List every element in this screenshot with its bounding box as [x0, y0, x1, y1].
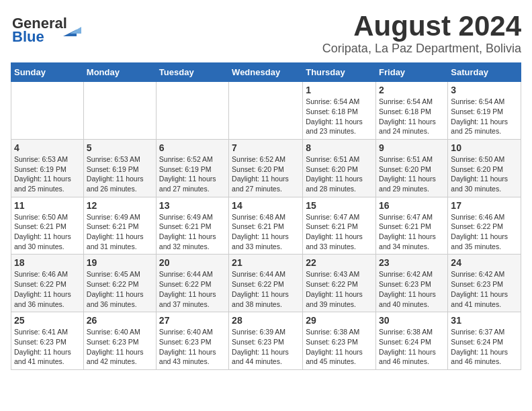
calendar-header-row: SundayMondayTuesdayWednesdayThursdayFrid…	[11, 63, 521, 82]
day-info: Sunrise: 6:43 AM Sunset: 6:22 PM Dayligh…	[306, 269, 373, 309]
calendar-cell: 4Sunrise: 6:53 AM Sunset: 6:19 PM Daylig…	[11, 139, 84, 197]
day-info: Sunrise: 6:53 AM Sunset: 6:19 PM Dayligh…	[87, 154, 153, 194]
logo: General Blue	[11, 11, 85, 44]
day-number: 25	[14, 315, 81, 326]
day-number: 13	[159, 200, 226, 211]
day-info: Sunrise: 6:54 AM Sunset: 6:19 PM Dayligh…	[451, 97, 518, 136]
calendar-cell: 6Sunrise: 6:52 AM Sunset: 6:19 PM Daylig…	[156, 139, 228, 197]
day-info: Sunrise: 6:51 AM Sunset: 6:20 PM Dayligh…	[306, 154, 373, 194]
calendar-cell: 2Sunrise: 6:54 AM Sunset: 6:18 PM Daylig…	[376, 82, 448, 140]
calendar-cell: 15Sunrise: 6:47 AM Sunset: 6:21 PM Dayli…	[303, 197, 376, 255]
day-info: Sunrise: 6:41 AM Sunset: 6:23 PM Dayligh…	[14, 327, 81, 367]
day-number: 26	[87, 315, 153, 326]
calendar-cell: 28Sunrise: 6:39 AM Sunset: 6:23 PM Dayli…	[229, 312, 303, 370]
day-info: Sunrise: 6:37 AM Sunset: 6:24 PM Dayligh…	[451, 327, 518, 367]
calendar-cell: 23Sunrise: 6:42 AM Sunset: 6:23 PM Dayli…	[376, 255, 448, 312]
day-info: Sunrise: 6:46 AM Sunset: 6:22 PM Dayligh…	[14, 269, 81, 309]
day-info: Sunrise: 6:51 AM Sunset: 6:20 PM Dayligh…	[379, 154, 445, 194]
week-row-5: 25Sunrise: 6:41 AM Sunset: 6:23 PM Dayli…	[11, 312, 521, 370]
day-number: 20	[159, 257, 226, 268]
col-header-saturday: Saturday	[448, 63, 521, 82]
day-info: Sunrise: 6:54 AM Sunset: 6:18 PM Dayligh…	[379, 97, 445, 136]
day-number: 18	[14, 257, 81, 268]
calendar-cell: 20Sunrise: 6:44 AM Sunset: 6:22 PM Dayli…	[156, 255, 228, 312]
day-info: Sunrise: 6:54 AM Sunset: 6:18 PM Dayligh…	[306, 97, 373, 136]
calendar-cell	[11, 82, 84, 140]
day-number: 21	[232, 257, 300, 268]
calendar-cell: 7Sunrise: 6:52 AM Sunset: 6:20 PM Daylig…	[229, 139, 303, 197]
location-title: Coripata, La Paz Department, Bolivia	[322, 42, 521, 56]
calendar-cell: 26Sunrise: 6:40 AM Sunset: 6:23 PM Dayli…	[83, 312, 156, 370]
month-title: August 2024	[322, 11, 521, 42]
svg-marker-3	[70, 27, 81, 34]
day-number: 27	[159, 315, 226, 326]
calendar-cell: 16Sunrise: 6:47 AM Sunset: 6:21 PM Dayli…	[376, 197, 448, 255]
calendar-cell	[229, 82, 303, 140]
col-header-tuesday: Tuesday	[156, 63, 228, 82]
calendar-cell: 17Sunrise: 6:46 AM Sunset: 6:22 PM Dayli…	[448, 197, 521, 255]
calendar-cell: 14Sunrise: 6:48 AM Sunset: 6:21 PM Dayli…	[229, 197, 303, 255]
day-number: 8	[306, 142, 373, 153]
day-number: 22	[306, 257, 373, 268]
calendar-cell: 5Sunrise: 6:53 AM Sunset: 6:19 PM Daylig…	[83, 139, 156, 197]
day-info: Sunrise: 6:50 AM Sunset: 6:20 PM Dayligh…	[451, 154, 518, 194]
day-info: Sunrise: 6:52 AM Sunset: 6:20 PM Dayligh…	[232, 154, 300, 194]
calendar-cell: 27Sunrise: 6:40 AM Sunset: 6:23 PM Dayli…	[156, 312, 228, 370]
calendar-cell: 29Sunrise: 6:38 AM Sunset: 6:23 PM Dayli…	[303, 312, 376, 370]
calendar-cell: 21Sunrise: 6:44 AM Sunset: 6:22 PM Dayli…	[229, 255, 303, 312]
day-info: Sunrise: 6:44 AM Sunset: 6:22 PM Dayligh…	[232, 269, 300, 309]
day-number: 5	[87, 142, 153, 153]
day-info: Sunrise: 6:42 AM Sunset: 6:23 PM Dayligh…	[451, 269, 518, 309]
col-header-friday: Friday	[376, 63, 448, 82]
day-info: Sunrise: 6:40 AM Sunset: 6:23 PM Dayligh…	[87, 327, 153, 367]
calendar-cell: 10Sunrise: 6:50 AM Sunset: 6:20 PM Dayli…	[448, 139, 521, 197]
calendar-cell: 25Sunrise: 6:41 AM Sunset: 6:23 PM Dayli…	[11, 312, 84, 370]
calendar-cell: 11Sunrise: 6:50 AM Sunset: 6:21 PM Dayli…	[11, 197, 84, 255]
day-number: 2	[379, 85, 445, 95]
calendar-cell: 19Sunrise: 6:45 AM Sunset: 6:22 PM Dayli…	[83, 255, 156, 312]
day-number: 11	[14, 200, 81, 211]
day-number: 14	[232, 200, 300, 211]
day-info: Sunrise: 6:52 AM Sunset: 6:19 PM Dayligh…	[159, 154, 226, 194]
day-info: Sunrise: 6:49 AM Sunset: 6:21 PM Dayligh…	[159, 212, 226, 252]
calendar-cell	[156, 82, 228, 140]
day-info: Sunrise: 6:42 AM Sunset: 6:23 PM Dayligh…	[379, 269, 445, 309]
week-row-2: 4Sunrise: 6:53 AM Sunset: 6:19 PM Daylig…	[11, 139, 521, 197]
col-header-monday: Monday	[83, 63, 156, 82]
calendar-cell: 12Sunrise: 6:49 AM Sunset: 6:21 PM Dayli…	[83, 197, 156, 255]
col-header-sunday: Sunday	[11, 63, 84, 82]
week-row-1: 1Sunrise: 6:54 AM Sunset: 6:18 PM Daylig…	[11, 82, 521, 140]
day-number: 28	[232, 315, 300, 326]
calendar-cell: 8Sunrise: 6:51 AM Sunset: 6:20 PM Daylig…	[303, 139, 376, 197]
calendar-cell: 13Sunrise: 6:49 AM Sunset: 6:21 PM Dayli…	[156, 197, 228, 255]
day-info: Sunrise: 6:50 AM Sunset: 6:21 PM Dayligh…	[14, 212, 81, 252]
day-number: 29	[306, 315, 373, 326]
day-number: 31	[451, 315, 518, 326]
day-number: 16	[379, 200, 445, 211]
title-area: August 2024 Coripata, La Paz Department,…	[322, 11, 521, 56]
svg-text:Blue: Blue	[12, 28, 44, 44]
calendar-cell: 30Sunrise: 6:38 AM Sunset: 6:24 PM Dayli…	[376, 312, 448, 370]
calendar-cell: 9Sunrise: 6:51 AM Sunset: 6:20 PM Daylig…	[376, 139, 448, 197]
day-info: Sunrise: 6:40 AM Sunset: 6:23 PM Dayligh…	[159, 327, 226, 367]
col-header-thursday: Thursday	[303, 63, 376, 82]
calendar-cell: 3Sunrise: 6:54 AM Sunset: 6:19 PM Daylig…	[448, 82, 521, 140]
day-info: Sunrise: 6:49 AM Sunset: 6:21 PM Dayligh…	[87, 212, 153, 252]
day-number: 23	[379, 257, 445, 268]
day-number: 12	[87, 200, 153, 211]
calendar-cell: 22Sunrise: 6:43 AM Sunset: 6:22 PM Dayli…	[303, 255, 376, 312]
day-number: 4	[14, 142, 81, 153]
day-number: 1	[306, 85, 373, 95]
page-header: General Blue August 2024 Coripata, La Pa…	[11, 11, 521, 56]
day-number: 19	[87, 257, 153, 268]
day-info: Sunrise: 6:38 AM Sunset: 6:24 PM Dayligh…	[379, 327, 445, 367]
day-number: 3	[451, 85, 518, 95]
day-info: Sunrise: 6:47 AM Sunset: 6:21 PM Dayligh…	[306, 212, 373, 252]
day-info: Sunrise: 6:45 AM Sunset: 6:22 PM Dayligh…	[87, 269, 153, 309]
day-info: Sunrise: 6:44 AM Sunset: 6:22 PM Dayligh…	[159, 269, 226, 309]
calendar-cell: 1Sunrise: 6:54 AM Sunset: 6:18 PM Daylig…	[303, 82, 376, 140]
col-header-wednesday: Wednesday	[229, 63, 303, 82]
calendar-cell: 31Sunrise: 6:37 AM Sunset: 6:24 PM Dayli…	[448, 312, 521, 370]
day-info: Sunrise: 6:53 AM Sunset: 6:19 PM Dayligh…	[14, 154, 81, 194]
day-info: Sunrise: 6:46 AM Sunset: 6:22 PM Dayligh…	[451, 212, 518, 252]
